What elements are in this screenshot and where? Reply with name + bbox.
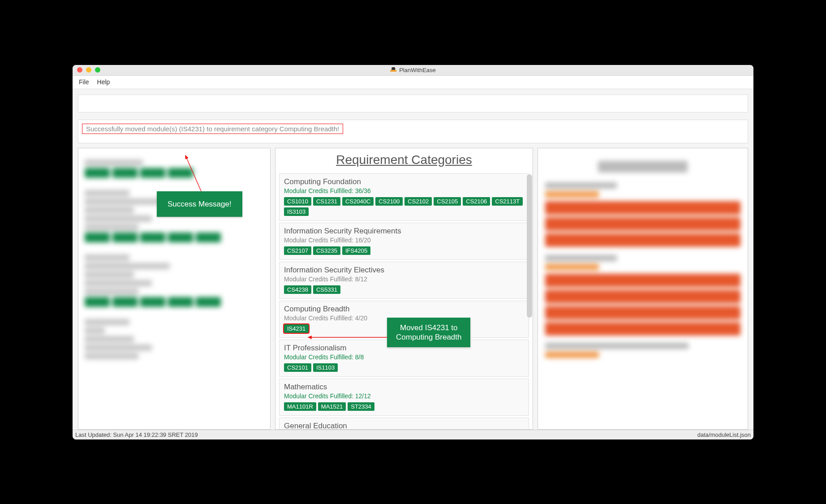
requirement-categories-panel: Requirement Categories Computing Foundat… — [275, 148, 533, 430]
status-bar: Last Updated: Sun Apr 14 19:22:39 SRET 2… — [73, 430, 753, 439]
tag-list: CS2101IS1103 — [284, 363, 524, 372]
category-credits: Modular Credits Fulfilled: 8/12 — [284, 276, 524, 283]
category-title: Computing Breadth — [284, 305, 524, 314]
module-tag[interactable]: MA1521 — [318, 402, 346, 411]
module-tag[interactable]: IS3103 — [284, 207, 309, 216]
tag-list: CS1010CS1231CS2040CCS2100CS2102CS2105CS2… — [284, 197, 524, 216]
category-title: Information Security Electives — [284, 266, 524, 275]
tag-list: CS4238CS5331 — [284, 285, 524, 294]
module-tag[interactable]: CS2107 — [284, 246, 311, 255]
category-credits: Modular Credits Fulfilled: 36/36 — [284, 187, 524, 194]
module-tag[interactable]: ST2334 — [348, 402, 374, 411]
module-tag[interactable]: MA1101R — [284, 402, 316, 411]
titlebar: PlanWithEase — [73, 65, 753, 76]
callout-moved: Moved IS4231 to Computing Breadth — [387, 318, 470, 348]
callout-success-text: Success Message! — [168, 200, 232, 208]
window-title: PlanWithEase — [390, 67, 436, 73]
close-icon[interactable] — [77, 67, 82, 73]
left-panel — [78, 148, 271, 430]
message-box: Successfully moved module(s) (IS4231) to… — [78, 120, 748, 143]
category-item[interactable]: MathematicsModular Credits Fulfilled: 12… — [279, 379, 529, 416]
callout-success: Success Message! — [157, 191, 242, 217]
category-credits: Modular Credits Fulfilled: 8/8 — [284, 353, 524, 361]
menubar: File Help — [73, 76, 753, 89]
maximize-icon[interactable] — [95, 67, 100, 73]
status-message: Successfully moved module(s) (IS4231) to… — [82, 124, 343, 134]
callout-moved-line1: Moved IS4231 to — [396, 323, 461, 332]
category-credits: Modular Credits Fulfilled: 12/12 — [284, 392, 524, 400]
window-title-text: PlanWithEase — [399, 67, 436, 73]
category-list[interactable]: Computing FoundationModular Credits Fulf… — [275, 173, 533, 429]
app-icon — [390, 67, 396, 73]
module-tag[interactable]: IS4231 — [284, 324, 309, 333]
category-item[interactable]: General Education — [279, 418, 529, 429]
category-item[interactable]: Computing FoundationModular Credits Fulf… — [279, 173, 529, 221]
category-credits: Modular Credits Fulfilled: 16/20 — [284, 237, 524, 244]
category-item[interactable]: Information Security RequirementsModular… — [279, 223, 529, 260]
status-last-updated: Last Updated: Sun Apr 14 19:22:39 SRET 2… — [75, 431, 198, 438]
module-tag[interactable]: CS4238 — [284, 285, 311, 294]
panel-title: Requirement Categories — [275, 148, 533, 173]
tag-list: CS2107CS3235IFS4205 — [284, 246, 524, 255]
right-panel — [538, 148, 748, 430]
module-tag[interactable]: CS2101 — [284, 363, 311, 372]
module-tag[interactable]: CS1231 — [313, 197, 340, 206]
module-tag[interactable]: CS2102 — [404, 197, 432, 206]
callout-moved-line2: Computing Breadth — [396, 332, 461, 342]
app-window: PlanWithEase File Help Successfully move… — [73, 65, 753, 439]
minimize-icon[interactable] — [86, 67, 91, 73]
module-tag[interactable]: IS1103 — [313, 363, 338, 372]
module-tag[interactable]: CS3235 — [313, 246, 340, 255]
category-title: Mathematics — [284, 383, 524, 392]
module-tag[interactable]: CS2100 — [375, 197, 403, 206]
command-input[interactable] — [78, 95, 748, 112]
tag-list: MA1101RMA1521ST2334 — [284, 402, 524, 411]
category-item[interactable]: Information Security ElectivesModular Cr… — [279, 262, 529, 299]
module-tag[interactable]: IFS4205 — [342, 246, 370, 255]
status-file-path: data/moduleList.json — [697, 431, 751, 438]
module-tag[interactable]: CS2105 — [434, 197, 461, 206]
scrollbar-thumb[interactable] — [527, 174, 532, 318]
module-tag[interactable]: CS1010 — [284, 197, 311, 206]
module-tag[interactable]: CS2106 — [463, 197, 490, 206]
module-tag[interactable]: CS2113T — [492, 197, 523, 206]
module-tag[interactable]: CS2040C — [342, 197, 374, 206]
module-tag[interactable]: CS5331 — [313, 285, 340, 294]
category-title: General Education — [284, 422, 524, 429]
category-title: Information Security Requirements — [284, 227, 524, 236]
category-title: Computing Foundation — [284, 177, 524, 186]
menu-file[interactable]: File — [79, 78, 89, 86]
main-columns: Requirement Categories Computing Foundat… — [73, 143, 753, 430]
menu-help[interactable]: Help — [97, 78, 110, 86]
window-controls — [73, 67, 100, 73]
